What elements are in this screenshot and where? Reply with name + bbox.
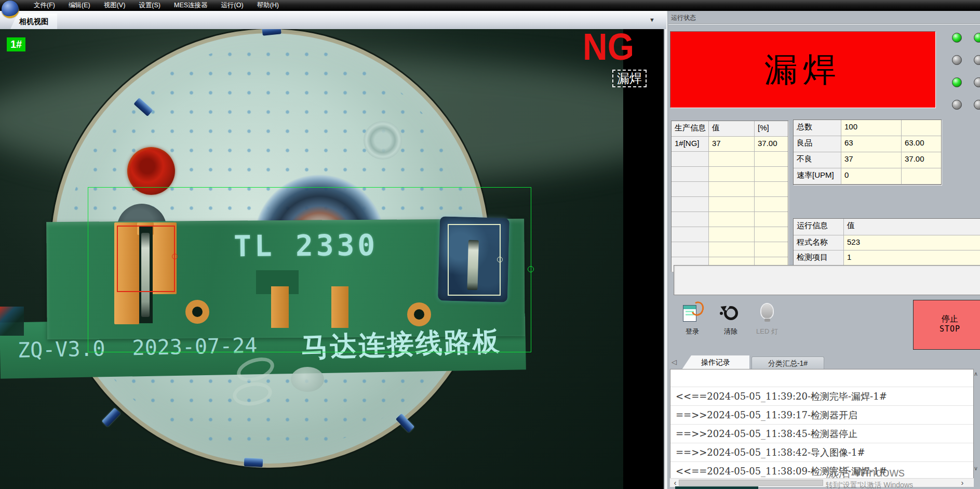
rim-tab	[102, 407, 121, 427]
message-box	[674, 265, 980, 295]
info-value: 1	[844, 250, 980, 266]
menu-edit[interactable]: 编辑(E)	[62, 1, 97, 10]
stat-label: 不良	[794, 152, 841, 168]
log-entry[interactable]: <<==2024-05-05_11:39:20-检测完毕-漏焊-1#	[670, 387, 973, 406]
column-header: 运行信息	[794, 219, 844, 235]
log-entry[interactable]: ==>>2024-05-05_11:38:42-导入图像-1#	[670, 443, 973, 462]
panel-divider	[668, 23, 980, 24]
column-header: 值	[844, 219, 980, 235]
menu-file[interactable]: 文件(F)	[27, 1, 62, 10]
app-window: 文件(F) 编辑(E) 视图(V) 设置(S) MES连接器 运行(O) 帮助(…	[0, 0, 980, 489]
refresh-icon	[719, 303, 742, 324]
tab-class-summary[interactable]: 分类汇总-1#	[751, 356, 824, 369]
tab-operation-log[interactable]: 操作记录	[682, 355, 749, 369]
tab-camera-view[interactable]: 相机视图	[10, 14, 57, 29]
tab-scroll-left-icon[interactable]: ◁	[672, 358, 677, 366]
defect-tag: 漏焊	[612, 70, 647, 87]
table-row	[672, 182, 788, 197]
bulb-icon	[756, 303, 778, 324]
status-panel: 运行状态 漏焊 生产信息 值 [%] 1#[NG] 37 37.00	[668, 11, 980, 489]
roi-handle[interactable]	[528, 266, 534, 272]
menu-view[interactable]: 视图(V)	[97, 1, 132, 10]
log-entry[interactable]: ==>>2024-05-05_11:39:17-检测器开启	[670, 406, 973, 425]
run-info-table: 运行信息 值 程式名称 523 检测项目 1	[793, 218, 980, 266]
stop-label-cn: 停止	[914, 314, 980, 324]
menu-bar: 文件(F) 编辑(E) 视图(V) 设置(S) MES连接器 运行(O) 帮助(…	[0, 0, 980, 11]
table-row: 总数 100	[794, 120, 941, 136]
status-led	[974, 33, 980, 43]
info-value: 523	[844, 235, 980, 250]
menu-help[interactable]: 帮助(H)	[250, 1, 286, 10]
menu-settings[interactable]: 设置(S)	[132, 1, 167, 10]
defect-detect-rect[interactable]	[117, 226, 175, 292]
status-led	[952, 55, 962, 65]
login-button-label: 登录	[677, 327, 708, 336]
camera-pane: TL 2330 ZQ-V3.02023-07-24 马达连接线路板 1#	[0, 29, 663, 489]
panel-title: 运行状态	[671, 14, 696, 22]
pass-rect-handle[interactable]	[497, 257, 503, 262]
embossed-oval	[291, 367, 324, 392]
stat-percent: 37.00	[902, 152, 941, 168]
table-row: 程式名称 523	[794, 235, 980, 250]
table-row	[672, 167, 788, 182]
table-row	[672, 197, 788, 212]
column-header: 生产信息	[672, 121, 709, 137]
camera-id-badge: 1#	[7, 37, 25, 51]
table-row: 不良 37 37.00	[794, 152, 941, 168]
status-led	[952, 77, 962, 87]
login-button[interactable]: 登录	[677, 303, 708, 336]
table-row	[672, 212, 788, 227]
table-row	[672, 227, 788, 242]
stat-value: 37	[841, 152, 902, 168]
windows-activation-watermark: 激活 Windows	[826, 464, 905, 481]
status-led	[952, 100, 962, 110]
pass-detect-rect[interactable]	[448, 224, 501, 296]
table-row: 1#[NG] 37 37.00	[672, 137, 788, 152]
clear-button[interactable]: 清除	[715, 303, 746, 336]
document-tab-strip: 相机视图 ▼	[0, 11, 666, 29]
cell-camera: 1#[NG]	[672, 137, 709, 152]
stat-value: 100	[841, 120, 902, 136]
info-label: 检测项目	[794, 250, 844, 266]
scroll-right-icon[interactable]: ›	[958, 479, 966, 487]
login-badge-icon	[681, 303, 704, 324]
chevron-down-icon[interactable]: ▼	[649, 17, 655, 23]
result-ng-label: NG	[583, 25, 634, 69]
log-entry[interactable]: ==>>2024-05-05_11:38:45-检测器停止	[670, 425, 973, 443]
cell-percent: 37.00	[755, 137, 788, 152]
pcb-left-component	[0, 307, 24, 336]
pane-splitter[interactable]	[663, 11, 668, 489]
app-logo-icon	[2, 1, 19, 18]
led-light-button[interactable]: LED 灯	[751, 303, 783, 336]
cell-value: 37	[709, 137, 755, 152]
operation-log-list: <<==2024-05-05_11:39:20-检测完毕-漏焊-1# ==>>2…	[670, 369, 974, 479]
table-header: 运行信息 值	[794, 219, 980, 235]
scroll-up-icon[interactable]: ∧	[974, 371, 978, 377]
table-row: 速率[UPM] 0	[794, 168, 941, 184]
horizontal-scrollbar[interactable]: ‹ ›	[670, 478, 974, 487]
upper-right-rivet	[364, 121, 402, 160]
camera-letterbox	[623, 29, 663, 489]
menu-run[interactable]: 运行(O)	[214, 1, 250, 10]
scroll-down-icon[interactable]: ∨	[974, 465, 978, 472]
windows-activation-hint: 转到“设置”以激活 Windows	[826, 481, 913, 489]
stats-table: 总数 100 良品 63 63.00 不良 37 37.00 速率[UPM] 0	[793, 120, 942, 185]
scrollbar-thumb[interactable]	[679, 480, 823, 486]
stat-percent	[902, 168, 941, 184]
stat-label: 速率[UPM]	[794, 168, 841, 184]
column-header: 值	[709, 121, 755, 137]
stop-button[interactable]: 停止 STOP	[913, 300, 980, 350]
info-label: 程式名称	[794, 235, 844, 250]
menu-mes-connector[interactable]: MES连接器	[167, 1, 214, 10]
defect-rect-handle[interactable]	[172, 254, 178, 259]
table-row	[672, 242, 788, 257]
stat-percent: 63.00	[902, 136, 941, 152]
status-led	[952, 33, 962, 43]
status-led	[974, 77, 980, 87]
stat-label: 良品	[794, 136, 841, 152]
rim-tab	[244, 458, 263, 467]
stat-value: 0	[841, 168, 902, 184]
scroll-left-icon[interactable]: ‹	[671, 479, 679, 487]
status-led	[974, 55, 980, 65]
defect-banner: 漏焊	[670, 31, 936, 108]
